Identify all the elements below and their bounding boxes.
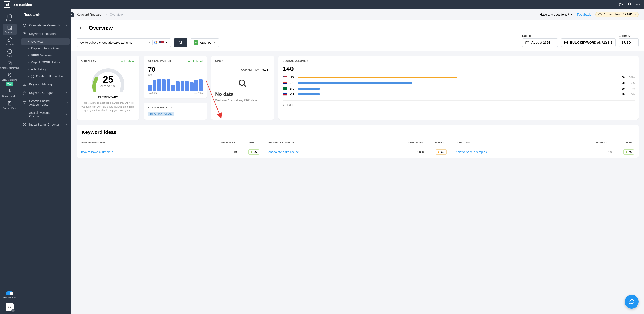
competition-value: 0.01i [262,68,270,71]
keyword-link[interactable]: chocolate cake recipe [268,150,406,154]
questions-dropdown[interactable]: Have any questions? [540,13,573,16]
ideas-column: RELATED KEYWORDS SEARCH VOL. DIFFICU... … [264,139,451,158]
sidebar-item-research[interactable]: Research [3,23,16,35]
new-menu-toggle[interactable]: New Menu UI [0,290,19,301]
keyword-volume: 10 [219,150,237,154]
sidebar-item-audit[interactable]: Audit [0,47,19,59]
subnav-serp-overview[interactable]: SERP Overview [19,52,71,59]
flag-us-icon [282,76,287,79]
chat-button[interactable] [625,295,638,309]
clear-icon[interactable] [148,41,151,44]
keyword-input[interactable] [79,38,148,47]
sidebar-item-report-builder[interactable]: Report Builder [0,87,19,99]
svg-point-4 [621,5,621,5]
main-content: Keyword Research › Overview Have any que… [71,9,644,314]
more-icon[interactable] [636,2,640,6]
info-icon[interactable]: i [173,60,173,62]
volume-bar [162,79,166,91]
currency-selector[interactable]: $ USD [619,38,638,47]
breadcrumb-root[interactable]: Keyword Research [77,13,103,16]
ideas-column-header: QUESTIONS SEARCH VOL. DIFFI... [452,139,638,146]
difficulty-pill: 25 [623,149,634,155]
svg-rect-19 [23,91,24,92]
info-icon: i [635,13,636,16]
updated-badge: Updated [188,60,203,63]
volume-bars [148,78,203,91]
flag-us-icon [159,41,164,44]
info-icon[interactable]: i [171,106,172,109]
check-icon [120,60,124,63]
nodata-title: No data [215,91,270,97]
mini-sidebar: Projects Research Backlinks Audit Conten… [0,9,19,314]
keyword-volume: 10 [594,150,612,154]
nav-search-volume-checker[interactable]: Search Volume Checker [19,109,71,120]
nav-keyword-research[interactable]: Keyword Research [19,29,71,38]
info-icon[interactable]: i [222,60,223,62]
data-for-label: Data for: [522,34,558,37]
card-title: CPC [215,60,221,62]
sidebar-item-projects[interactable]: Projects [0,12,19,23]
difficulty-value: 25 [89,74,127,85]
page-title: Overview [89,25,113,31]
subnav-ads-history[interactable]: Ads History [19,66,71,73]
svg-point-14 [13,311,13,311]
global-volume-card: GLOBAL VOLUME i 140 US 70 50% ZA 50 36% … [278,56,638,120]
avatar[interactable]: YK [6,303,14,311]
keyword-link[interactable]: how to bake a simple c... [456,150,594,154]
info-icon[interactable]: i [118,130,118,133]
volume-bar [298,77,457,78]
toggle-switch[interactable] [6,291,14,296]
bulk-analysis-button[interactable]: BULK KEYWORD ANALYSIS [561,38,616,47]
keyword-link[interactable]: how to bake a simple c... [81,150,219,154]
bell-icon[interactable] [628,2,632,6]
subnav-keyword-suggestions[interactable]: Keyword Suggestions [19,45,71,52]
country-volume: 10 [618,93,625,96]
volume-bar [194,80,198,91]
subnav-organic-serp-history[interactable]: Organic SERP History [19,59,71,66]
svg-point-25 [179,41,182,44]
column-vol-header: SEARCH VOL. [219,141,237,144]
subnav-database-expansion[interactable]: Database Expansion [19,73,71,80]
difficulty-label: ELEMENTARY [98,96,118,99]
back-button[interactable] [77,24,85,32]
info-icon[interactable]: i [307,60,308,62]
info-icon[interactable]: i [269,68,270,70]
keyword-ideas-card: Keyword ideasi SIMILAR KEYWORDS SEARCH V… [77,125,638,158]
collapse-sidebar-button[interactable] [69,12,74,17]
account-limit-badge[interactable]: Account limit: 4 / 10K i [595,12,638,17]
nav-keyword-grouper[interactable]: Keyword Grouper [19,88,71,97]
sidebar-item-local-marketing[interactable]: Local Marketing Trial [0,71,19,87]
search-engine-selector[interactable] [152,40,169,45]
ideas-column-header: RELATED KEYWORDS SEARCH VOL. DIFFICU... [264,139,451,146]
ideas-column: SIMILAR KEYWORDS SEARCH VOL. DIFFICU... … [77,139,264,158]
sidebar-item-content-marketing[interactable]: Content Marketing [0,59,19,71]
country-code: PH [290,93,296,96]
chevron-down-icon [66,123,68,126]
info-icon[interactable]: i [98,60,98,62]
volume-bar [185,81,189,91]
chevron-down-icon [214,41,216,44]
volume-date-range: Jan 2024 Jul 2024 [148,92,203,95]
subnav-overview[interactable]: Overview [21,38,70,45]
help-icon[interactable] [619,2,623,6]
feedback-link[interactable]: Feedback [577,13,591,16]
keyword-search-box [77,38,171,47]
svg-point-17 [23,32,25,34]
breadcrumb-bar: Keyword Research › Overview Have any que… [71,9,644,20]
country-code: SA [290,87,296,90]
volume-bar [180,81,184,91]
volume-bar [176,81,180,91]
nav-competitive-research[interactable]: Competitive Research [19,21,71,29]
sidebar-item-backlinks[interactable]: Backlinks [0,35,19,47]
month-selector[interactable]: August 2024 [522,38,558,47]
nav-keyword-manager[interactable]: Keyword Manager [19,80,71,88]
card-title: SEARCH INTENT [148,106,170,109]
column-vol-header: SEARCH VOL. [594,141,612,144]
chevron-down-icon [633,41,636,44]
nav-index-status-checker[interactable]: Index Status Checker [19,120,71,129]
sidebar-item-agency-pack[interactable]: Agency Pack [0,99,19,111]
ideas-row: how to bake a simple c... 10 25 [452,146,638,158]
add-to-button[interactable]: ADD TO [190,38,219,47]
nav-search-engine-autocomplete[interactable]: Search Engine Autocomplete [19,97,71,109]
search-button[interactable] [174,38,188,47]
